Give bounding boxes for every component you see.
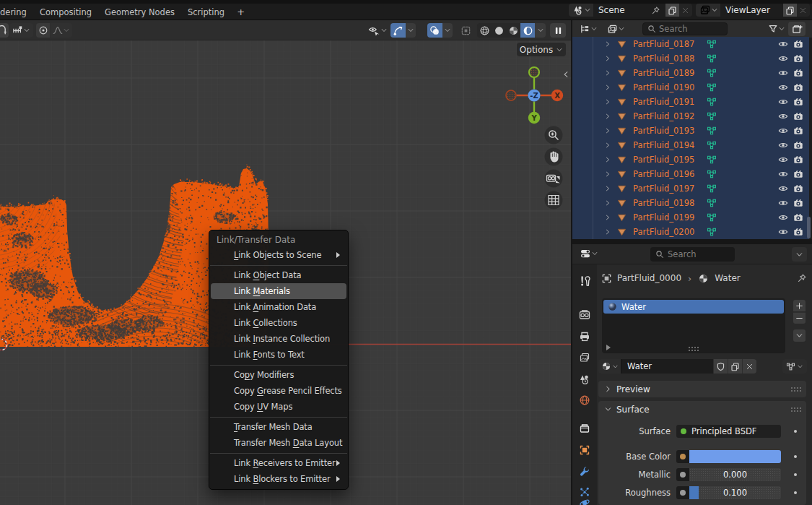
outliner-scrollbar[interactable] — [807, 217, 811, 238]
render-visibility-icon[interactable] — [793, 198, 803, 208]
animate-decorator-dot[interactable] — [794, 455, 797, 458]
render-visibility-icon[interactable] — [793, 140, 803, 150]
render-pause-button[interactable] — [550, 23, 566, 38]
expand-chevron-icon[interactable] — [604, 185, 611, 192]
hide-eye-icon[interactable] — [778, 97, 788, 107]
material-link-dropdown[interactable] — [782, 359, 807, 374]
animate-decorator-dot[interactable] — [794, 473, 797, 476]
slot-list-expand-arrow[interactable] — [606, 345, 611, 350]
add-material-slot-button[interactable] — [793, 300, 806, 311]
properties-tab-view-layer[interactable] — [579, 352, 590, 363]
outliner-search-input[interactable]: Search — [642, 22, 728, 35]
expand-chevron-icon[interactable] — [604, 171, 611, 178]
shading-wireframe-button[interactable] — [477, 23, 492, 38]
material-specials-dropdown[interactable] — [793, 329, 806, 342]
fake-user-toggle[interactable] — [713, 359, 728, 374]
outliner-row-partfluid_0196[interactable]: PartFluid_0196 — [572, 167, 809, 181]
breadcrumb-object-name[interactable]: PartFluid_0000 — [617, 273, 681, 283]
viewlayer-browse-button[interactable] — [696, 4, 720, 17]
scene-delete-button[interactable] — [679, 4, 692, 17]
menu-item-copy-modifiers[interactable]: Copy Modifiers — [211, 367, 346, 383]
unlink-material-button[interactable] — [742, 359, 756, 374]
object-name[interactable]: PartFluid_0195 — [633, 155, 694, 165]
scene-browse-button[interactable] — [569, 4, 593, 17]
roughness-slider[interactable]: 0.100 — [676, 486, 781, 499]
add-workspace-button[interactable]: + — [231, 4, 250, 20]
menu-item-link-materials[interactable]: Link Materials — [211, 283, 346, 299]
outliner-display-mode-dropdown[interactable] — [577, 22, 601, 36]
preview-panel-header[interactable]: Preview — [598, 381, 806, 397]
shading-rendered-button[interactable] — [520, 23, 535, 38]
remove-material-slot-button[interactable] — [793, 312, 806, 324]
menu-item-link-instance-collection[interactable]: Link Instance Collection — [211, 331, 346, 347]
render-visibility-icon[interactable] — [793, 184, 803, 194]
expand-chevron-icon[interactable] — [604, 142, 611, 149]
object-name[interactable]: PartFluid_0191 — [633, 97, 694, 107]
outliner-row-partfluid_0200[interactable]: PartFluid_0200 — [572, 225, 809, 239]
workspace-tab-scripting[interactable]: Scripting — [181, 4, 231, 20]
expand-chevron-icon[interactable] — [604, 156, 611, 163]
new-collection-button[interactable] — [788, 22, 806, 36]
breadcrumb-material-name[interactable]: Water — [715, 273, 740, 283]
hide-eye-icon[interactable] — [778, 198, 788, 208]
outliner-row-partfluid_0193[interactable]: PartFluid_0193 — [572, 124, 809, 138]
hide-eye-icon[interactable] — [778, 212, 788, 223]
new-material-button[interactable] — [728, 359, 742, 374]
hide-eye-icon[interactable] — [778, 82, 788, 92]
outliner-filter-id-dropdown[interactable] — [605, 22, 627, 36]
pin-icon[interactable] — [797, 273, 807, 283]
sidebar-collapse-arrow[interactable] — [562, 68, 571, 81]
workspace-tab-compositing[interactable]: Compositing — [33, 4, 98, 20]
properties-tab-collection[interactable] — [579, 423, 590, 434]
properties-tab-scene[interactable] — [579, 374, 590, 385]
object-name[interactable]: PartFluid_0190 — [633, 82, 694, 92]
render-visibility-icon[interactable] — [793, 82, 803, 92]
outliner-row-partfluid_0189[interactable]: PartFluid_0189 — [572, 66, 809, 80]
scene-selector[interactable]: Scene — [569, 4, 692, 17]
viewlayer-selector[interactable]: ViewLayer — [696, 4, 810, 17]
hide-eye-icon[interactable] — [778, 155, 788, 165]
render-visibility-icon[interactable] — [793, 39, 803, 49]
object-name[interactable]: PartFluid_0197 — [633, 184, 694, 194]
expand-chevron-icon[interactable] — [604, 214, 611, 221]
properties-search-input[interactable]: Search — [650, 247, 735, 262]
object-name[interactable]: PartFluid_0188 — [633, 53, 694, 64]
hide-eye-icon[interactable] — [778, 39, 788, 49]
pin-icon[interactable] — [651, 6, 660, 15]
properties-tab-output[interactable] — [579, 331, 590, 342]
menu-item-link-blockers-to-emitter[interactable]: Link Blockers to Emitter — [211, 471, 346, 487]
expand-chevron-icon[interactable] — [604, 127, 611, 134]
render-visibility-icon[interactable] — [793, 227, 803, 237]
outliner-row-partfluid_0191[interactable]: PartFluid_0191 — [572, 95, 809, 109]
shading-material-button[interactable] — [506, 23, 520, 38]
browse-material-button[interactable] — [598, 359, 621, 374]
expand-chevron-icon[interactable] — [604, 199, 611, 207]
viewlayer-new-button[interactable] — [783, 4, 796, 17]
material-slot-list[interactable]: Water — [602, 298, 785, 353]
object-name[interactable]: PartFluid_0187 — [633, 39, 694, 49]
hide-eye-icon[interactable] — [778, 126, 788, 136]
material-slot-row[interactable]: Water — [603, 300, 784, 314]
outliner-row-partfluid_0190[interactable]: PartFluid_0190 — [572, 80, 809, 95]
outliner-row-partfluid_0188[interactable]: PartFluid_0188 — [572, 51, 809, 66]
properties-tab-world[interactable] — [579, 394, 590, 406]
expand-chevron-icon[interactable] — [604, 69, 611, 77]
object-name[interactable]: PartFluid_0194 — [633, 140, 694, 150]
object-name[interactable]: PartFluid_0198 — [633, 198, 694, 208]
expand-chevron-icon[interactable] — [604, 98, 611, 105]
expand-chevron-icon[interactable] — [604, 228, 611, 236]
outliner-row-partfluid_0199[interactable]: PartFluid_0199 — [572, 210, 809, 225]
hide-eye-icon[interactable] — [778, 227, 788, 237]
viewlayer-delete-button[interactable] — [797, 4, 810, 17]
outliner-row-partfluid_0192[interactable]: PartFluid_0192 — [572, 109, 809, 124]
properties-tab-object[interactable] — [579, 444, 590, 456]
panel-drag-grip[interactable] — [790, 407, 802, 412]
expand-chevron-icon[interactable] — [604, 55, 611, 62]
show-gizmo-toggle[interactable] — [390, 23, 406, 38]
object-name[interactable]: PartFluid_0192 — [633, 111, 694, 121]
menu-item-copy-uv-maps[interactable]: Copy UV Maps — [211, 399, 346, 415]
menu-item-link-collections[interactable]: Link Collections — [211, 315, 346, 331]
render-visibility-icon[interactable] — [793, 155, 803, 165]
render-visibility-icon[interactable] — [793, 126, 803, 136]
menu-item-link-fonts-to-text[interactable]: Link Fonts to Text — [211, 347, 346, 363]
